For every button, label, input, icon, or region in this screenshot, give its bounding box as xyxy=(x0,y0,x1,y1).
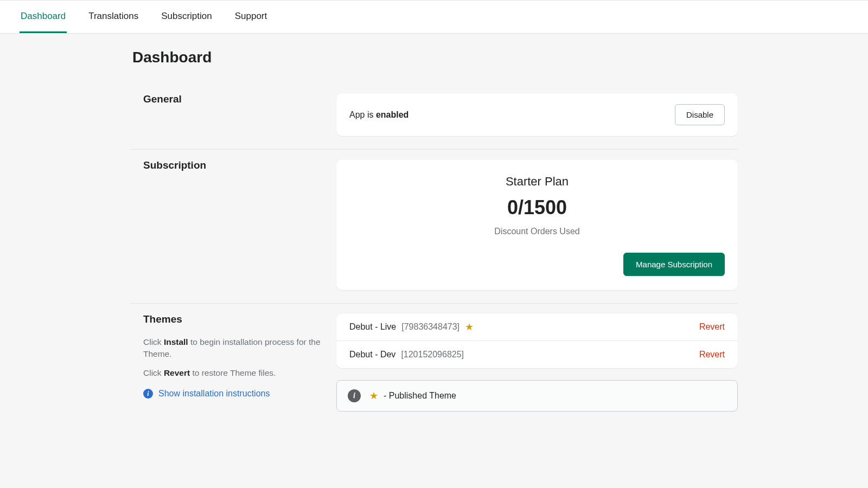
section-subscription: Subscription Starter Plan 0/1500 Discoun… xyxy=(130,150,738,304)
desc1-pre: Click xyxy=(143,337,164,346)
theme-row: Debut - Live [79836348473] ★ Revert xyxy=(336,313,738,341)
general-card: App is enabled Disable xyxy=(336,93,738,136)
manage-subscription-button[interactable]: Manage Subscription xyxy=(623,253,725,276)
theme-name: Debut - Live xyxy=(349,322,396,332)
theme-id: [120152096825] xyxy=(401,350,464,359)
tab-bar: Dashboard Translations Subscription Supp… xyxy=(0,0,868,34)
desc2-bold: Revert xyxy=(164,368,190,377)
star-icon: ★ xyxy=(369,391,378,401)
app-status-prefix: App is xyxy=(349,110,376,119)
banner-text: - Published Theme xyxy=(384,391,456,401)
plan-usage-label: Discount Orders Used xyxy=(349,227,725,236)
plan-usage: 0/1500 xyxy=(349,196,725,219)
desc2-pre: Click xyxy=(143,368,164,377)
section-title-general: General xyxy=(143,93,323,105)
app-status: App is enabled xyxy=(349,110,409,120)
section-general: General App is enabled Disable xyxy=(130,84,738,150)
desc1-bold: Install xyxy=(164,337,188,346)
show-instructions-row: i Show installation instructions xyxy=(143,389,323,399)
info-icon: i xyxy=(143,389,153,399)
revert-link[interactable]: Revert xyxy=(699,350,725,359)
disable-button[interactable]: Disable xyxy=(675,104,725,125)
subscription-card: Starter Plan 0/1500 Discount Orders Used… xyxy=(336,159,738,290)
tab-translations[interactable]: Translations xyxy=(87,1,139,33)
revert-link[interactable]: Revert xyxy=(699,322,725,332)
published-theme-banner: i ★ - Published Theme xyxy=(336,380,738,412)
plan-name: Starter Plan xyxy=(349,175,725,189)
section-title-subscription: Subscription xyxy=(143,159,323,171)
star-icon: ★ xyxy=(465,322,474,332)
section-themes: Themes Click Install to begin installati… xyxy=(130,304,738,425)
themes-desc-install: Click Install to begin installation proc… xyxy=(143,336,323,361)
theme-row: Debut - Dev [120152096825] Revert xyxy=(336,341,738,368)
themes-desc-revert: Click Revert to restore Theme files. xyxy=(143,367,323,379)
section-title-themes: Themes xyxy=(143,313,323,325)
page-title: Dashboard xyxy=(132,49,738,66)
tab-subscription[interactable]: Subscription xyxy=(160,1,213,33)
tab-dashboard[interactable]: Dashboard xyxy=(20,1,67,33)
info-icon: i xyxy=(348,389,361,402)
theme-id: [79836348473] xyxy=(401,322,459,332)
theme-name: Debut - Dev xyxy=(349,350,395,359)
tab-support[interactable]: Support xyxy=(234,1,269,33)
app-status-value: enabled xyxy=(376,110,409,119)
show-instructions-link[interactable]: Show installation instructions xyxy=(158,389,270,399)
desc2-post: to restore Theme files. xyxy=(190,368,276,377)
themes-card: Debut - Live [79836348473] ★ Revert Debu… xyxy=(336,313,738,368)
